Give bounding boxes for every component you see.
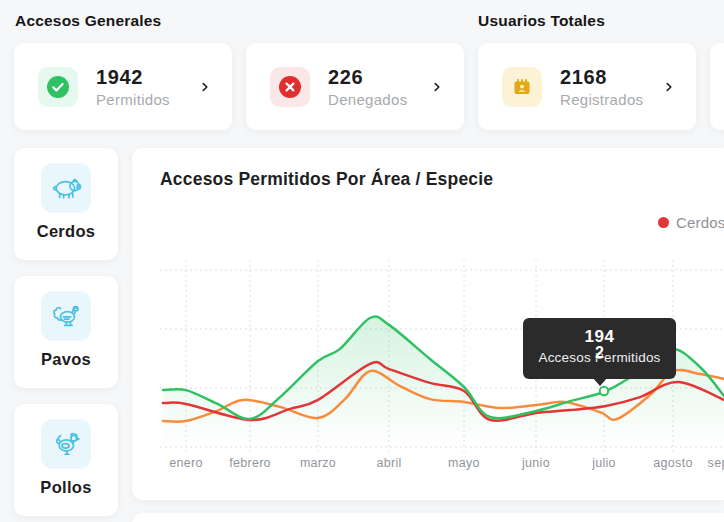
svg-text:febrero: febrero [229,456,271,470]
chevron-right-icon[interactable] [430,80,444,94]
x-circle-icon [270,67,310,107]
svg-text:abril: abril [376,456,401,470]
stat-text: 226 Denegados [328,66,407,108]
rooster-icon [41,419,91,469]
svg-text:junio: junio [521,456,550,470]
stat-label-permitidos: Permitidos [96,91,170,108]
pig-icon [41,163,91,213]
stat-text: 1942 Permitidos [96,66,170,108]
stat-text: 2168 Registrados [560,66,643,108]
species-card-pavos[interactable]: Pavos [14,276,118,388]
svg-text:marzo: marzo [300,456,336,470]
chart-card: Accesos Permitidos Por Área / Especie Ce… [132,148,724,500]
species-label-pavos: Pavos [14,350,118,369]
stat-value-permitidos: 1942 [96,66,170,88]
stat-value-registrados: 2168 [560,66,643,88]
id-badge-icon [502,67,542,107]
svg-text:mayo: mayo [448,456,480,470]
stat-value-denegados: 226 [328,66,407,88]
stat-label-denegados: Denegados [328,91,407,108]
section-title-usuarios-totales: Usuarios Totales [478,12,605,30]
species-card-cerdos[interactable]: Cerdos [14,148,118,260]
svg-text:agosto: agosto [653,456,692,470]
chart-tooltip: 194 Accesos Permitidos 2 [523,318,676,379]
stat-card-denegados[interactable]: 226 Denegados [246,43,464,130]
chevron-right-icon[interactable] [662,80,676,94]
svg-text:enero: enero [169,456,202,470]
svg-text:septiembre: septiembre [708,456,724,470]
stat-card-registrados[interactable]: 2168 Registrados [478,43,696,130]
bottom-card-partial [132,513,724,522]
check-circle-icon [38,67,78,107]
turkey-icon [41,291,91,341]
stat-card-partial[interactable] [710,43,724,130]
species-card-pollos[interactable]: Pollos [14,404,118,516]
chevron-right-icon[interactable] [198,80,212,94]
species-label-cerdos: Cerdos [14,222,118,241]
tooltip-overlay-value: 2 [595,344,604,362]
species-label-pollos: Pollos [14,478,118,497]
stat-label-registrados: Registrados [560,91,643,108]
section-title-accesos-generales: Accesos Generales [15,12,161,30]
svg-text:julio: julio [591,456,616,470]
stat-card-permitidos[interactable]: 1942 Permitidos [14,43,232,130]
